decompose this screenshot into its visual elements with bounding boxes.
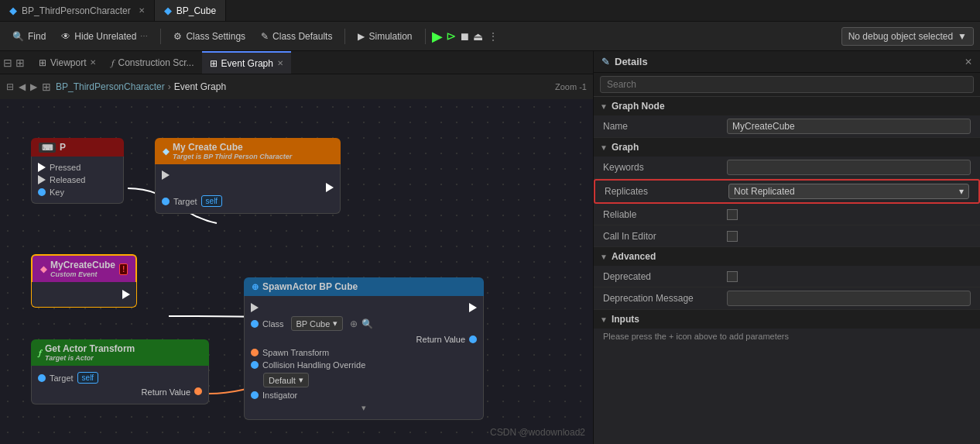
name-label: Name — [603, 121, 727, 132]
collision-select[interactable]: Default ▾ — [263, 373, 309, 387]
nav-left-icon[interactable]: ◀ — [19, 81, 26, 92]
class-select[interactable]: BP Cube ▾ — [291, 316, 344, 331]
replicates-select[interactable]: Not Replicated ▾ — [728, 184, 969, 199]
class-settings-button[interactable]: ⚙ Class Settings — [167, 28, 252, 45]
more-button[interactable]: ⋮ — [488, 30, 499, 43]
nav-forward-icon[interactable]: ⊞ — [15, 57, 25, 69]
name-row: Name — [594, 115, 980, 138]
tab-cube-icon: ◆ — [164, 5, 172, 16]
breadcrumb-root[interactable]: BP_ThirdPersonCharacter — [56, 81, 165, 92]
pressed-label: Pressed — [50, 163, 81, 172]
p-key-node[interactable]: ⌨ P Pressed Released Key — [31, 138, 124, 204]
inputs-section[interactable]: ▼ Inputs — [594, 310, 980, 329]
class-defaults-button[interactable]: ✎ Class Defaults — [255, 28, 338, 45]
simulation-button[interactable]: ▶ Simulation — [351, 28, 418, 45]
find-button[interactable]: 🔍 Find — [6, 28, 52, 45]
call-in-editor-checkbox[interactable] — [727, 231, 738, 242]
simulation-label: Simulation — [368, 31, 412, 42]
self-badge: self — [201, 195, 223, 207]
exec-out-arrow — [326, 183, 334, 192]
tab-cube[interactable]: ◆ BP_Cube — [155, 0, 226, 21]
keywords-input[interactable] — [727, 160, 971, 175]
construction-icon: 𝑓 — [111, 57, 114, 68]
spawn-title: SpawnActor BP Cube — [262, 281, 358, 292]
call-in-editor-value-container — [727, 231, 971, 242]
breadcrumb: BP_ThirdPersonCharacter › Event Graph — [56, 81, 226, 92]
collision-value: Default — [269, 376, 296, 385]
details-search-input[interactable] — [600, 76, 974, 93]
tab-bp-close[interactable]: ✕ — [139, 6, 145, 15]
hide-unrelated-button[interactable]: 👁 Hide Unrelated ⋯ — [55, 28, 154, 45]
transform-body: Target self Return Value — [31, 366, 209, 404]
nav-right-icon[interactable]: ▶ — [30, 81, 37, 92]
graph-node-section[interactable]: ▼ Graph Node — [594, 97, 980, 115]
spawn-scroll-down[interactable]: ▾ — [245, 401, 483, 415]
mycreatecube-exec-arrow — [122, 290, 130, 299]
details-close-button[interactable]: ✕ — [965, 57, 972, 67]
class-plus-icon[interactable]: ⊕ — [350, 318, 358, 329]
stop-button[interactable]: ⏹ — [459, 30, 470, 43]
blueprint-canvas[interactable]: ⌨ P Pressed Released Key — [0, 99, 593, 444]
collision-label: Collision Handling Override — [262, 360, 365, 370]
find-label: Find — [28, 31, 46, 42]
tab-viewport[interactable]: ⊞ Viewport ✕ — [31, 51, 104, 74]
graph-section[interactable]: ▼ Graph — [594, 138, 980, 157]
p-pressed-pin: Pressed — [32, 161, 123, 174]
class-defaults-icon: ✎ — [261, 31, 269, 42]
advanced-section[interactable]: ▼ Advanced — [594, 247, 980, 266]
p-node-header: ⌨ P — [31, 138, 124, 157]
mycreatecube-exec-out — [32, 287, 136, 302]
graph-node-arrow: ▼ — [600, 102, 608, 111]
transform-dot — [251, 349, 259, 356]
exec-in-arrow — [162, 170, 170, 180]
hide-unrelated-chevron: ⋯ — [140, 32, 148, 40]
transform-header: 𝑓 Get Actor Transform Target is Actor — [31, 339, 209, 366]
create-cube-header: ◆ My Create Cube Target is BP Third Pers… — [155, 138, 341, 164]
tab-construction[interactable]: 𝑓 Construction Scr... — [104, 51, 201, 74]
hide-icon: 👁 — [61, 31, 70, 42]
my-create-cube-call-node[interactable]: ◆ My Create Cube Target is BP Third Pers… — [155, 138, 341, 214]
reliable-checkbox[interactable] — [727, 209, 738, 220]
deprecation-msg-row: Deprecation Message — [594, 287, 980, 310]
reliable-value-container — [727, 209, 971, 220]
keyboard-icon: ⌨ — [39, 143, 56, 153]
tab-event-graph[interactable]: ⊞ Event Graph ✕ — [202, 51, 291, 74]
event-diamond-icon: ◆ — [40, 264, 46, 274]
deprecated-row: Deprecated — [594, 266, 980, 287]
deprecation-msg-input[interactable] — [727, 291, 971, 306]
details-icon: ✎ — [601, 56, 610, 67]
inputs-label: Inputs — [612, 314, 639, 325]
mycreatecube-event-node[interactable]: ◆ MyCreateCube Custom Event ! — [31, 254, 137, 308]
class-search-icon[interactable]: 🔍 — [362, 318, 373, 329]
call-in-editor-row: Call In Editor — [594, 225, 980, 247]
event-graph-close[interactable]: ✕ — [277, 59, 283, 67]
deprecated-checkbox[interactable] — [727, 271, 738, 282]
name-input[interactable] — [727, 119, 971, 134]
replicates-row: Replicates Not Replicated ▾ — [594, 179, 980, 204]
hide-unrelated-label: Hide Unrelated — [74, 31, 136, 42]
spawn-actor-node[interactable]: ⊕ SpawnActor BP Cube Class BP Cube — [244, 277, 484, 420]
class-settings-label: Class Settings — [186, 31, 245, 42]
get-actor-transform-node[interactable]: 𝑓 Get Actor Transform Target is Actor Ta… — [31, 339, 209, 404]
debug-select[interactable]: No debug object selected ▼ — [841, 27, 974, 46]
create-cube-exec-in — [156, 169, 340, 181]
graph-toolbar: ⊟ ◀ ▶ ⊞ BP_ThirdPersonCharacter › Event … — [0, 74, 593, 99]
keywords-value-container — [727, 160, 971, 175]
simulation-icon: ▶ — [358, 31, 365, 42]
play-button[interactable]: ▶ — [432, 28, 443, 45]
spawn-header: ⊕ SpawnActor BP Cube — [244, 277, 484, 296]
zoom-label: Zoom -1 — [555, 82, 587, 91]
class-defaults-label: Class Defaults — [272, 31, 332, 42]
details-title: Details — [615, 56, 960, 67]
return-value-row: Return Value — [245, 332, 483, 346]
viewport-close[interactable]: ✕ — [90, 58, 96, 67]
diamond-icon: ◆ — [163, 146, 169, 157]
play-alt-button[interactable]: ⊳ — [446, 29, 456, 43]
tab-bp-thirdperson[interactable]: ◆ BP_ThirdPersonCharacter ✕ — [0, 0, 155, 21]
transform-return-dot — [194, 387, 202, 395]
eject-button[interactable]: ⏏ — [473, 30, 483, 43]
nav-back-icon[interactable]: ⊟ — [3, 57, 12, 69]
layout-icon: ⊟ — [6, 81, 14, 92]
target-label: Target — [173, 197, 197, 206]
mycreatecube-body — [31, 282, 137, 308]
